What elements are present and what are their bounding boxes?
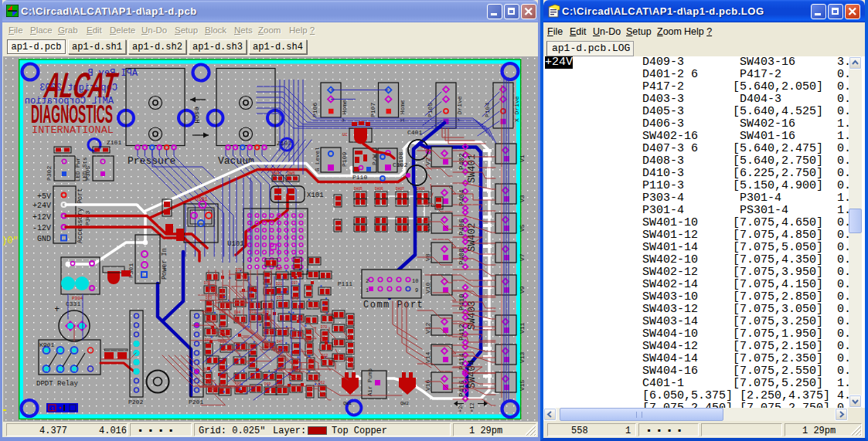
svg-text:U1: U1 <box>342 132 348 137</box>
svg-text:1: 1 <box>366 287 369 293</box>
svg-text:INTERNATIONAL: INTERNATIONAL <box>32 125 114 136</box>
svg-text:D47: D47 <box>277 340 283 344</box>
svg-text:Comm Port: Comm Port <box>363 300 424 310</box>
svg-text:P106: P106 <box>311 103 318 117</box>
svg-text:V10: V10 <box>424 282 431 293</box>
svg-text:Power In: Power In <box>161 248 168 280</box>
svg-text:DW6: DW6 <box>288 171 295 176</box>
svg-text:D94: D94 <box>219 324 225 328</box>
svg-text:P201: P201 <box>189 399 203 405</box>
svg-text:V11: V11 <box>519 322 526 334</box>
svg-text:US01: US01 <box>195 196 208 202</box>
svg-text:GND: GND <box>37 235 51 243</box>
svg-text:+: + <box>54 304 60 315</box>
svg-text:C401: C401 <box>407 129 422 136</box>
svg-text:P105: P105 <box>427 103 434 117</box>
svg-text:10: 10 <box>412 278 418 284</box>
svg-text:9: 9 <box>415 287 418 293</box>
svg-text:D84: D84 <box>234 310 240 314</box>
svg-text:V5: V5 <box>519 224 526 232</box>
svg-text:D62: D62 <box>318 381 325 385</box>
svg-text:X101: X101 <box>307 192 324 199</box>
svg-text:Z101: Z101 <box>107 139 121 146</box>
svg-text:P404: P404 <box>458 189 466 206</box>
svg-text:V3: V3 <box>519 195 526 202</box>
svg-text:P109: P109 <box>341 152 348 167</box>
svg-text:X Home: X Home <box>399 100 406 122</box>
svg-text:P412: P412 <box>458 324 466 341</box>
svg-text:esoH: esoH <box>192 107 200 124</box>
svg-text:D69: D69 <box>264 382 271 386</box>
svg-text:DW4: DW4 <box>272 171 281 176</box>
svg-text:DH08: DH08 <box>417 187 425 191</box>
svg-text:D72: D72 <box>292 297 298 300</box>
svg-text:+24: +24 <box>458 402 464 412</box>
svg-text:K901: K901 <box>39 341 54 348</box>
svg-text:D37: D37 <box>276 267 282 271</box>
svg-text:V1: V1 <box>519 154 526 162</box>
svg-text:P302: P302 <box>46 166 53 181</box>
svg-text:V9: V9 <box>519 286 526 293</box>
svg-text:D21: D21 <box>276 282 282 286</box>
svg-text:D70: D70 <box>321 325 327 329</box>
svg-text:Y Home: Y Home <box>341 100 348 122</box>
svg-text:QW2: QW2 <box>400 401 409 406</box>
svg-text:QW1: QW1 <box>343 401 352 406</box>
svg-text:+12: +12 <box>469 402 475 412</box>
svg-text:V7: V7 <box>519 253 526 261</box>
svg-text:P408: P408 <box>458 248 466 265</box>
svg-text:SW401: SW401 <box>467 154 478 183</box>
svg-text:DH07: DH07 <box>396 187 404 191</box>
svg-text:D97: D97 <box>291 281 298 285</box>
svg-text:P202: P202 <box>128 399 143 405</box>
svg-text:1: 1 <box>50 405 54 412</box>
svg-text:LED Pwr: LED Pwr <box>75 157 81 181</box>
svg-text:P111: P111 <box>338 280 352 287</box>
svg-text:V13: V13 <box>519 351 526 363</box>
svg-text:-12V: -12V <box>32 224 51 232</box>
svg-text:DH05: DH05 <box>354 187 363 191</box>
svg-text:P/W: P/W <box>371 154 378 165</box>
svg-text:G Level: G Level <box>315 147 321 171</box>
svg-text:P406: P406 <box>458 219 466 236</box>
svg-text:+12V: +12V <box>32 213 51 222</box>
svg-text:2: 2 <box>366 278 369 284</box>
svg-text:)0": )0" <box>3 236 19 246</box>
svg-text:P107: P107 <box>369 103 376 117</box>
svg-text:D83: D83 <box>249 351 255 355</box>
svg-text:D55: D55 <box>277 296 283 300</box>
svg-text:V15: V15 <box>519 379 526 391</box>
svg-text:X Drive: X Drive <box>513 96 520 122</box>
svg-text:C102: C102 <box>393 161 407 168</box>
svg-text:Air Pump: Air Pump <box>367 368 373 396</box>
svg-text:P303: P303 <box>84 211 91 226</box>
svg-text:P110: P110 <box>352 174 367 181</box>
svg-text:DH06: DH06 <box>375 187 383 191</box>
svg-text:+5V: +5V <box>37 192 51 201</box>
svg-text:DPDT Relay: DPDT Relay <box>36 380 79 388</box>
svg-text:LED Sts: LED Sts <box>82 157 88 181</box>
svg-text:DIAGNOSTICS: DIAGNOSTICS <box>31 99 113 128</box>
svg-text:+24V: +24V <box>32 202 51 210</box>
